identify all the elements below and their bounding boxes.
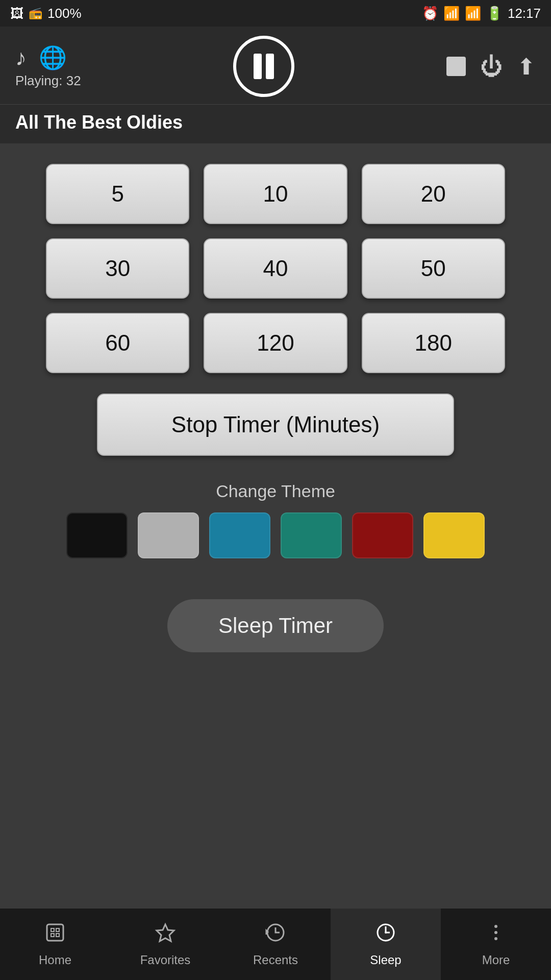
nav-recents-label: Recents [253,953,298,967]
theme-label: Change Theme [216,481,335,501]
svg-rect-3 [51,934,54,937]
nav-item-home[interactable]: Home [0,909,110,980]
pause-icon [254,54,274,79]
theme-section: Change Theme [46,481,505,558]
music-note-icon[interactable]: ♪ [15,45,27,70]
timer-btn-10[interactable]: 10 [204,164,347,224]
timer-grid: 5102030405060120180 [46,164,505,373]
wifi-icon: 📶 [443,6,460,21]
svg-point-13 [494,937,497,940]
theme-swatch-gray[interactable] [138,512,199,558]
theme-swatch-black[interactable] [66,512,128,558]
timer-btn-40[interactable]: 40 [204,238,347,299]
signal-icon: 📶 [465,6,481,21]
globe-icon[interactable]: 🌐 [39,44,67,71]
svg-rect-4 [56,934,59,937]
timer-btn-5[interactable]: 5 [46,164,189,224]
nav-sleep-label: Sleep [370,953,401,967]
photo-icon: 🖼 [10,6,23,21]
stop-button[interactable] [446,57,466,76]
theme-swatch-teal[interactable] [281,512,342,558]
svg-point-12 [494,931,497,934]
nav-home-icon [44,921,66,949]
bottom-nav: Home Favorites Recents Sleep More [0,909,551,980]
theme-swatch-red[interactable] [352,512,413,558]
header-right: ⏻ ⬆ [446,54,536,80]
status-bar: 🖼 📻 100% ⏰ 📶 📶 🔋 12:17 [0,0,551,27]
nav-more-icon [485,921,507,949]
timer-btn-120[interactable]: 120 [204,313,347,373]
sleep-timer-section: Sleep Timer [26,599,525,652]
nav-more-label: More [482,953,510,967]
sleep-timer-button[interactable]: Sleep Timer [167,599,384,652]
theme-swatch-yellow[interactable] [423,512,485,558]
header-left: ♪ 🌐 Playing: 32 [15,44,81,89]
theme-colors [66,512,485,558]
main-content: 5102030405060120180 Stop Timer (Minutes)… [0,143,551,909]
nav-recents-icon [264,921,287,949]
nav-item-sleep[interactable]: Sleep [331,909,441,980]
nav-item-favorites[interactable]: Favorites [110,909,220,980]
alarm-icon: ⏰ [422,6,438,21]
nav-item-more[interactable]: More [441,909,551,980]
svg-marker-5 [157,924,174,941]
header-left-icons: ♪ 🌐 [15,44,67,71]
stop-timer-button[interactable]: Stop Timer (Minutes) [97,394,454,456]
nav-home-label: Home [39,953,71,967]
svg-rect-1 [51,928,54,932]
nav-favorites-icon [154,921,177,949]
svg-point-11 [494,925,497,928]
theme-swatch-blue[interactable] [209,512,270,558]
share-icon[interactable]: ⬆ [517,54,536,80]
status-left: 🖼 📻 100% [10,6,82,21]
timer-btn-180[interactable]: 180 [362,313,505,373]
timer-btn-30[interactable]: 30 [46,238,189,299]
power-icon[interactable]: ⏻ [480,54,503,79]
app-icon: 📻 [29,7,42,20]
pause-button[interactable] [233,36,294,97]
battery-percent: 100% [47,6,82,21]
timer-btn-20[interactable]: 20 [362,164,505,224]
header: ♪ 🌐 Playing: 32 ⏻ ⬆ [0,27,551,104]
timer-btn-50[interactable]: 50 [362,238,505,299]
nav-item-recents[interactable]: Recents [220,909,331,980]
playing-label: Playing: 32 [15,73,81,89]
battery-icon: 🔋 [486,6,503,21]
svg-rect-0 [47,924,63,941]
nav-favorites-label: Favorites [140,953,191,967]
station-title: All The Best Oldies [0,104,551,143]
status-right: ⏰ 📶 📶 🔋 12:17 [422,6,541,21]
timer-btn-60[interactable]: 60 [46,313,189,373]
svg-rect-2 [56,928,59,932]
nav-sleep-icon [374,921,397,949]
clock: 12:17 [508,6,541,21]
